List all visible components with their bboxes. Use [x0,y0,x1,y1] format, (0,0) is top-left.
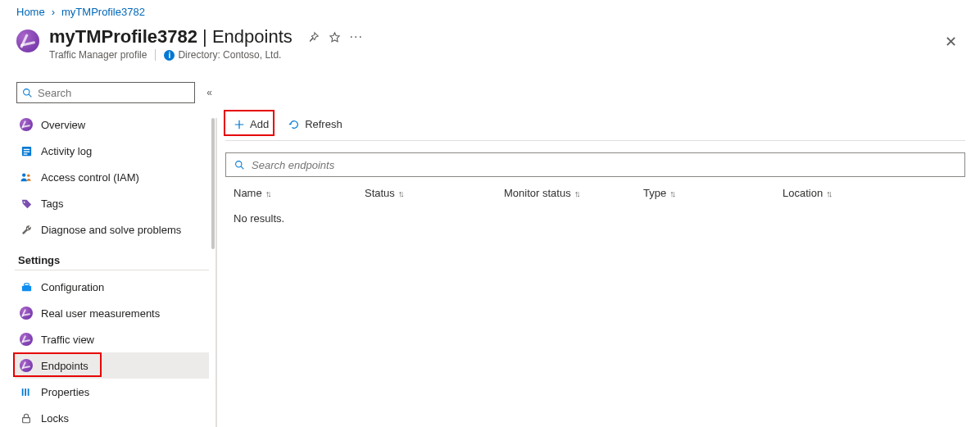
sidebar-item-traffic-view[interactable]: Traffic view [15,326,209,352]
table-header: Name ↑↓ Status ↑↓ Monitor status ↑↓ Type… [225,187,965,199]
chevron-right-icon: › [52,6,55,18]
sidebar-item-label: Real user measurements [41,307,160,320]
no-results-message: No results. [225,199,965,225]
divider [15,270,209,270]
svg-point-0 [24,89,29,94]
column-header-name[interactable]: Name ↑↓ [225,187,365,199]
more-icon[interactable]: ··· [350,30,363,43]
sidebar-search-input[interactable] [38,87,189,99]
svg-line-1 [29,94,31,97]
svg-rect-13 [28,388,29,396]
collapse-sidebar-icon[interactable]: « [203,84,216,102]
sort-icon: ↑↓ [574,189,578,198]
sidebar: « Overview Activity log Access control (… [0,61,217,427]
endpoints-search-input[interactable] [252,159,956,171]
column-header-location[interactable]: Location ↑↓ [783,187,965,199]
globe-icon [20,307,33,320]
pin-icon[interactable] [307,30,320,43]
globe-icon [20,118,33,131]
info-icon: i [164,50,175,61]
add-button[interactable]: Add [225,115,277,134]
column-label: Type [643,187,666,199]
sidebar-item-label: Locks [41,412,69,425]
svg-rect-12 [25,388,26,396]
page-title: myTMProfile3782 | Endpoints [49,26,293,48]
globe-icon [20,333,33,346]
sidebar-item-activity-log[interactable]: Activity log [15,138,209,164]
divider [155,49,156,61]
refresh-button[interactable]: Refresh [280,115,351,134]
column-label: Location [783,187,823,199]
column-header-monitor[interactable]: Monitor status ↑↓ [504,187,643,199]
sidebar-item-tags[interactable]: Tags [15,190,209,216]
plus-icon [234,119,245,130]
sort-icon: ↑↓ [669,189,674,198]
command-bar: Add Refresh [225,108,965,141]
sidebar-item-locks[interactable]: Locks [15,405,209,427]
resource-type-label: Traffic Manager profile [49,49,147,61]
column-header-type[interactable]: Type ↑↓ [643,187,783,199]
endpoints-search-box[interactable] [225,152,965,177]
people-icon [20,170,33,184]
globe-icon [20,359,33,372]
column-label: Name [234,187,262,199]
wrench-icon [20,223,33,236]
favorite-star-icon[interactable] [329,30,342,43]
refresh-button-label: Refresh [305,118,343,130]
svg-rect-5 [23,153,27,154]
sidebar-item-label: Endpoints [41,360,88,372]
svg-point-7 [27,174,29,176]
page-header: myTMProfile3782 | Endpoints ··· Traffic … [0,21,980,61]
svg-line-16 [241,166,243,169]
search-icon [22,88,33,98]
svg-point-15 [236,161,242,166]
sidebar-item-rum[interactable]: Real user measurements [15,300,209,326]
scrollbar-thumb[interactable] [211,118,215,249]
sidebar-item-overview[interactable]: Overview [15,111,209,138]
svg-rect-9 [21,285,30,291]
sidebar-item-label: Configuration [41,281,104,293]
column-label: Monitor status [504,187,571,199]
sidebar-item-label: Properties [41,386,89,398]
sidebar-item-access-control[interactable]: Access control (IAM) [15,164,209,190]
svg-rect-11 [22,388,24,396]
sidebar-search[interactable] [16,82,195,103]
search-icon [234,160,245,170]
sidebar-item-label: Activity log [41,145,92,157]
tag-icon [20,197,33,210]
activity-log-icon [20,144,33,157]
sidebar-item-properties[interactable]: Properties [15,379,209,405]
svg-rect-4 [23,151,29,152]
sort-icon: ↑↓ [398,189,402,198]
directory-label: iDirectory: Contoso, Ltd. [164,49,281,61]
svg-rect-3 [23,148,29,149]
sidebar-item-label: Tags [41,198,63,210]
page-section: Endpoints [212,26,293,47]
lock-icon [20,411,33,425]
sidebar-item-label: Overview [41,119,85,131]
sidebar-item-endpoints[interactable]: Endpoints [15,352,209,379]
traffic-manager-icon [16,30,39,52]
svg-point-6 [22,173,25,176]
sidebar-item-label: Traffic view [41,334,94,346]
sidebar-scrollbar[interactable] [212,118,217,427]
breadcrumb: Home › myTMProfile3782 [0,0,980,21]
svg-rect-14 [23,417,30,422]
sort-icon: ↑↓ [826,189,830,198]
resource-name: myTMProfile3782 [49,26,197,47]
sidebar-item-label: Diagnose and solve problems [41,224,181,236]
sort-icon: ↑↓ [265,189,270,198]
column-label: Status [365,187,395,199]
refresh-icon [288,119,300,130]
sidebar-item-configuration[interactable]: Configuration [15,274,209,300]
main-content: Add Refresh Name ↑↓ Status ↑↓ [217,61,980,427]
sidebar-item-diagnose[interactable]: Diagnose and solve problems [15,216,209,243]
close-icon[interactable]: ✕ [945,33,957,51]
breadcrumb-current[interactable]: myTMProfile3782 [61,6,145,18]
sidebar-section-settings: Settings [18,254,217,266]
properties-icon [20,385,33,398]
column-header-status[interactable]: Status ↑↓ [365,187,504,199]
add-button-label: Add [250,118,269,130]
svg-point-8 [23,201,25,202]
breadcrumb-home[interactable]: Home [16,6,45,18]
